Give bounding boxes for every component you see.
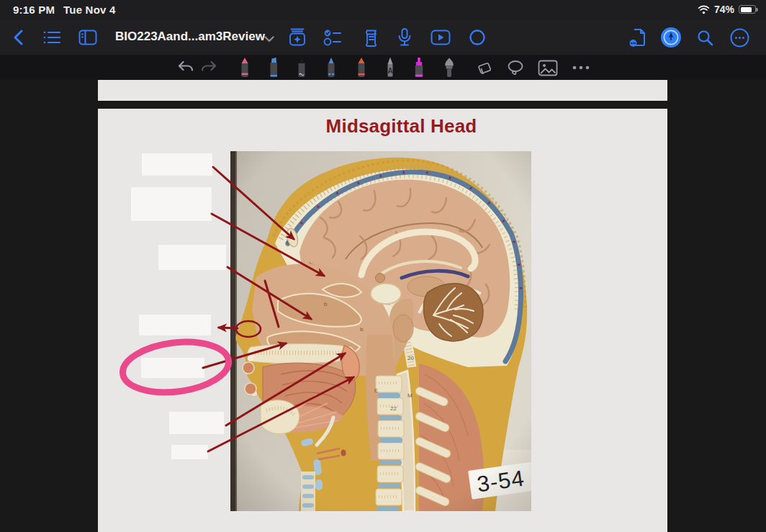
redo-button[interactable]: [199, 59, 218, 76]
more-options-button[interactable]: [729, 27, 750, 48]
blank-label-box-3: [158, 245, 226, 270]
marker-red-tool[interactable]: [353, 57, 369, 78]
brush-tool[interactable]: [441, 57, 458, 78]
previous-page-edge[interactable]: [98, 80, 667, 101]
app-screen: 9:16 PMTue Nov 4 74%: [0, 0, 766, 532]
blank-label-box-1: [142, 153, 212, 176]
text-pencil-tool[interactable]: A: [382, 57, 398, 78]
more-tools-button[interactable]: [571, 61, 591, 74]
pen-mode-button-active[interactable]: [660, 27, 682, 48]
pen-blue-dashed-tool[interactable]: [323, 57, 339, 78]
table-of-contents-button[interactable]: [42, 29, 62, 46]
battery-icon: [739, 5, 756, 14]
insert-image-tool[interactable]: [537, 59, 559, 76]
highlighter-magenta-tool[interactable]: [411, 57, 427, 78]
back-button[interactable]: [9, 27, 27, 48]
lasso-tool[interactable]: [505, 59, 526, 76]
pen-pink-tool[interactable]: [237, 57, 253, 78]
marker-blue-tool[interactable]: [266, 57, 281, 78]
thumbnails-sidebar-button[interactable]: [78, 29, 98, 46]
microphone-button[interactable]: [395, 27, 415, 48]
pen-black-tool[interactable]: [294, 57, 310, 78]
wifi-icon: [698, 5, 710, 14]
clock-time: 9:16 PM: [13, 4, 55, 16]
checklist-button[interactable]: [323, 27, 343, 48]
eraser-tool[interactable]: [474, 59, 495, 76]
video-button[interactable]: [430, 28, 451, 47]
undo-button[interactable]: [176, 59, 195, 76]
blank-label-box-4: [139, 315, 211, 335]
title-chevron-down-icon[interactable]: [262, 32, 276, 45]
search-button[interactable]: [695, 27, 715, 48]
clock-date: Tue Nov 4: [63, 4, 115, 16]
export-document-button[interactable]: [628, 27, 648, 48]
status-bar: 9:16 PMTue Nov 4 74%: [0, 0, 766, 20]
blank-label-box-7: [171, 445, 208, 459]
text-pencil-letter: A: [387, 67, 392, 75]
blank-label-box-6: [169, 412, 224, 434]
blank-label-box-2: [131, 187, 212, 221]
pen-toolbar: A: [0, 55, 766, 80]
nav-bar: BIO223Aand...am3Review: [0, 20, 766, 55]
midsagittal-head-photo: b b E 20 22 M 3-54: [230, 151, 531, 511]
blank-label-box-5: [141, 358, 204, 378]
battery-percent: 74%: [714, 4, 734, 15]
assistant-button[interactable]: [467, 27, 487, 48]
document-title[interactable]: BIO223Aand...am3Review: [115, 30, 265, 44]
add-page-button[interactable]: [287, 27, 307, 48]
page-title: Midsagittal Head: [98, 115, 667, 137]
document-page[interactable]: Midsagittal Head: [98, 109, 667, 532]
notes-scroll-button[interactable]: [361, 27, 381, 48]
document-canvas: Midsagittal Head: [0, 80, 766, 532]
